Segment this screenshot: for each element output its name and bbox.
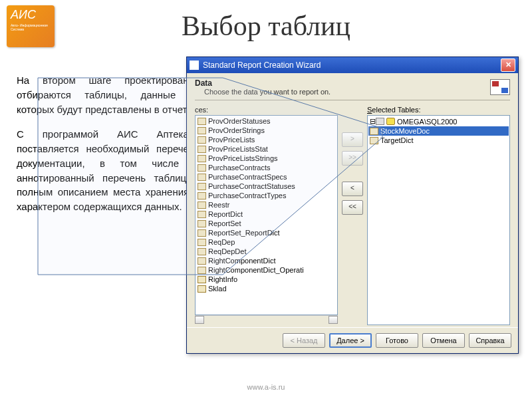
table-item[interactable]: RightComponentDict_Operati bbox=[196, 265, 336, 275]
horizontal-scrollbar[interactable] bbox=[195, 315, 338, 325]
table-item[interactable]: ProvPriceListsStat bbox=[196, 144, 336, 154]
table-icon bbox=[198, 146, 206, 153]
back-button[interactable]: < Назад bbox=[283, 333, 325, 348]
page-title: Выбор таблиц bbox=[0, 10, 532, 42]
table-item[interactable]: PurchaseContractStatuses bbox=[196, 182, 336, 191]
table-icon bbox=[198, 229, 206, 237]
remove-all-button[interactable]: << bbox=[342, 200, 363, 215]
dialog-title: Standard Report Creation Wizard bbox=[203, 61, 321, 70]
table-icon bbox=[198, 192, 206, 200]
table-item[interactable]: PurchaseContractSpecs bbox=[196, 172, 336, 182]
selected-table-item[interactable]: TargetDict bbox=[368, 136, 509, 145]
selected-table-item[interactable]: StockMoveDoc bbox=[368, 126, 509, 136]
brand-logo: АИС Авто- Информационная Система bbox=[7, 5, 55, 47]
table-item[interactable]: ReportSet bbox=[196, 219, 336, 228]
table-icon bbox=[198, 220, 206, 227]
table-icon bbox=[198, 248, 206, 255]
wizard-step-header: Data Choose the data you want to report … bbox=[195, 78, 510, 100]
table-icon bbox=[198, 155, 206, 162]
remove-button[interactable]: < bbox=[342, 182, 363, 196]
table-icon bbox=[198, 211, 206, 218]
add-button[interactable]: > bbox=[342, 132, 363, 147]
server-icon bbox=[376, 118, 384, 125]
step-subtitle: Choose the data you want to report on. bbox=[204, 88, 490, 96]
wizard-button-bar: < Назад Далее > Готово Отмена Справка bbox=[187, 327, 518, 353]
dialog-titlebar[interactable]: Standard Report Creation Wizard ✕ bbox=[187, 57, 518, 73]
available-tables-list[interactable]: ProvOrderStatusesProvOrderStringsProvPri… bbox=[195, 115, 338, 315]
table-icon bbox=[198, 285, 206, 293]
table-item[interactable]: ReqDep bbox=[196, 237, 336, 247]
table-icon bbox=[198, 276, 206, 283]
data-link-icon bbox=[490, 79, 510, 95]
table-icon bbox=[370, 128, 378, 135]
table-icon bbox=[198, 257, 206, 265]
app-icon bbox=[190, 61, 199, 70]
table-item[interactable]: PurchaseContracts bbox=[196, 163, 336, 172]
available-label: ces: bbox=[195, 106, 338, 114]
server-node[interactable]: ⊟ OMEGA\SQL2000 bbox=[368, 116, 509, 126]
table-item[interactable]: ProvPriceListsStrings bbox=[196, 154, 336, 163]
table-icon bbox=[198, 174, 206, 181]
table-item[interactable]: RightInfo bbox=[196, 275, 336, 284]
close-button[interactable]: ✕ bbox=[501, 59, 515, 72]
table-item[interactable]: Reestr bbox=[196, 200, 336, 209]
table-item[interactable]: ProvOrderStatuses bbox=[196, 116, 336, 126]
table-item[interactable]: Sklad bbox=[196, 284, 336, 293]
step-title: Data bbox=[195, 78, 490, 88]
table-item[interactable]: RightComponentDict bbox=[196, 256, 336, 265]
table-icon bbox=[198, 164, 206, 172]
description-text: На втором шаге проектирования отбираются… bbox=[17, 73, 200, 225]
finish-button[interactable]: Готово bbox=[376, 333, 418, 348]
wizard-dialog: Standard Report Creation Wizard ✕ Data C… bbox=[186, 57, 519, 354]
database-icon bbox=[386, 118, 395, 125]
table-item[interactable]: PurchaseContractTypes bbox=[196, 191, 336, 200]
selected-label: SSelected Tables:elected Tables: bbox=[367, 106, 510, 114]
footer-url: www.a-is.ru bbox=[0, 383, 532, 391]
table-icon bbox=[198, 183, 206, 190]
cancel-button[interactable]: Отмена bbox=[422, 333, 465, 348]
table-icon bbox=[198, 127, 206, 134]
table-icon bbox=[198, 239, 206, 246]
table-icon bbox=[370, 137, 378, 144]
table-item[interactable]: ReportDict bbox=[196, 209, 336, 219]
table-icon bbox=[198, 267, 206, 274]
add-all-button[interactable]: >> bbox=[342, 151, 363, 166]
table-item[interactable]: ProvOrderStrings bbox=[196, 126, 336, 135]
selected-tables-tree[interactable]: ⊟ OMEGA\SQL2000StockMoveDocTargetDict bbox=[367, 115, 510, 325]
table-icon bbox=[198, 118, 206, 125]
table-item[interactable]: ReportSet_ReportDict bbox=[196, 228, 336, 237]
table-item[interactable]: ProvPriceLists bbox=[196, 135, 336, 144]
table-icon bbox=[198, 136, 206, 144]
next-button[interactable]: Далее > bbox=[329, 333, 372, 348]
table-item[interactable]: ReqDepDet bbox=[196, 247, 336, 256]
table-icon bbox=[198, 201, 206, 209]
help-button[interactable]: Справка bbox=[469, 333, 511, 348]
